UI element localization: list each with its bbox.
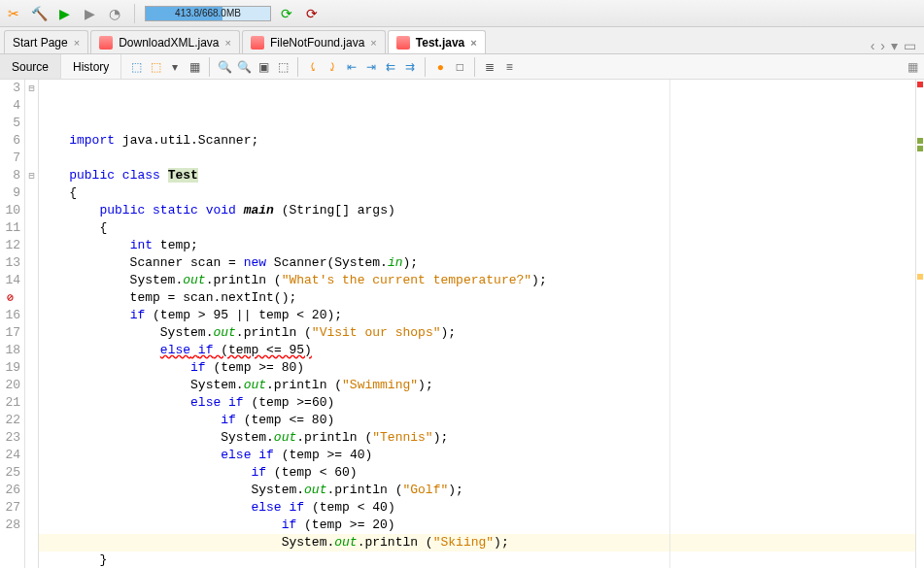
line-number[interactable]: 4 bbox=[0, 97, 20, 115]
error-mark[interactable] bbox=[917, 82, 923, 87]
code-line[interactable]: if (temp <= 80) bbox=[39, 412, 915, 429]
line-number[interactable]: ⊘ bbox=[0, 289, 20, 307]
tab-filenotfound[interactable]: FileNotFound.java × bbox=[242, 30, 386, 53]
line-number[interactable]: 25 bbox=[0, 464, 20, 482]
code-line[interactable]: public class Test bbox=[39, 167, 915, 184]
run-icon[interactable]: ▶ bbox=[54, 4, 74, 23]
code-line[interactable]: System.out.println ("Tennis"); bbox=[39, 429, 915, 447]
line-number[interactable]: 3 bbox=[0, 80, 20, 97]
close-icon[interactable]: × bbox=[370, 37, 376, 49]
fold-toggle[interactable]: ⊟ bbox=[25, 167, 38, 184]
grid-icon[interactable]: ▦ bbox=[186, 58, 203, 76]
dropdown-icon[interactable]: ▾ bbox=[166, 58, 184, 76]
code-line[interactable]: temp = scan.nextInt(); bbox=[39, 289, 915, 307]
code-line[interactable] bbox=[39, 150, 915, 167]
line-number[interactable]: 28 bbox=[0, 517, 20, 534]
select-icon[interactable]: ⬚ bbox=[274, 58, 291, 76]
error-stripe[interactable] bbox=[915, 80, 924, 568]
code-line[interactable]: else if (temp >= 40) bbox=[39, 447, 915, 464]
code-line[interactable]: System.out.println ("Skiing"); bbox=[39, 534, 915, 551]
history-tab[interactable]: History bbox=[61, 54, 121, 79]
nav-fwd-icon[interactable]: ⬚ bbox=[147, 58, 164, 76]
error-icon[interactable]: ⊘ bbox=[0, 289, 20, 307]
line-number[interactable]: 5 bbox=[0, 115, 20, 132]
warn-mark[interactable] bbox=[917, 146, 923, 151]
shift-left-icon[interactable]: ⇤ bbox=[343, 58, 360, 76]
shift-right-icon[interactable]: ⇥ bbox=[362, 58, 380, 76]
source-tab[interactable]: Source bbox=[0, 54, 61, 79]
refresh-green-icon[interactable]: ⟳ bbox=[277, 4, 296, 23]
bars-icon[interactable]: ≣ bbox=[481, 58, 498, 76]
code-line[interactable]: else if (temp < 40) bbox=[39, 499, 915, 517]
line-number[interactable]: 16 bbox=[0, 307, 20, 324]
warn-mark[interactable] bbox=[917, 138, 923, 144]
line-number[interactable]: 19 bbox=[0, 359, 20, 377]
mod-mark[interactable] bbox=[917, 274, 923, 280]
highlight-icon[interactable]: ▣ bbox=[255, 58, 272, 76]
tab-menu-icon[interactable]: ▭ bbox=[904, 38, 916, 53]
code-line[interactable]: } bbox=[39, 551, 915, 568]
tab-next-icon[interactable]: › bbox=[880, 38, 885, 53]
code-editor[interactable]: 34567891011121314⊘1617181920212223242526… bbox=[0, 80, 924, 568]
code-line[interactable]: else if (temp >=60) bbox=[39, 394, 915, 412]
line-number[interactable]: 6 bbox=[0, 132, 20, 150]
code-line[interactable]: System.out.println ("Golf"); bbox=[39, 482, 915, 499]
stop-icon[interactable]: □ bbox=[451, 58, 468, 76]
line-number[interactable]: 11 bbox=[0, 219, 20, 237]
code-line[interactable]: if (temp >= 20) bbox=[39, 517, 915, 534]
expand-icon[interactable]: ▦ bbox=[907, 60, 924, 74]
code-line[interactable]: if (temp >= 80) bbox=[39, 359, 915, 377]
find-prev-icon[interactable]: 🔍 bbox=[235, 58, 253, 76]
record-icon[interactable]: ● bbox=[431, 58, 449, 76]
line-number[interactable]: 12 bbox=[0, 237, 20, 254]
line-number[interactable]: 20 bbox=[0, 377, 20, 394]
close-icon[interactable]: × bbox=[470, 37, 476, 49]
line-number[interactable]: 18 bbox=[0, 342, 20, 359]
code-line[interactable]: System.out.println ("Swimming"); bbox=[39, 377, 915, 394]
line-number[interactable]: 17 bbox=[0, 324, 20, 342]
code-line[interactable]: else if (temp <= 95) bbox=[39, 342, 915, 359]
tab-start-page[interactable]: Start Page × bbox=[4, 30, 88, 53]
indent-left-icon[interactable]: ⇇ bbox=[382, 58, 399, 76]
line-number[interactable]: 14 bbox=[0, 272, 20, 289]
cut-icon[interactable]: ✂ bbox=[4, 4, 23, 23]
tag-icon[interactable]: ⤹ bbox=[304, 58, 322, 76]
tab-test[interactable]: Test.java × bbox=[388, 30, 486, 53]
bars2-icon[interactable]: ≡ bbox=[500, 58, 518, 76]
line-number[interactable]: 22 bbox=[0, 412, 20, 429]
tag2-icon[interactable]: ⤸ bbox=[324, 58, 341, 76]
line-number[interactable]: 21 bbox=[0, 394, 20, 412]
tab-downloadxml[interactable]: DownloadXML.java × bbox=[90, 30, 240, 53]
code-area[interactable]: import java.util.Scanner; public class T… bbox=[39, 80, 915, 568]
line-number[interactable]: 27 bbox=[0, 499, 20, 517]
code-line[interactable]: if (temp > 95 || temp < 20); bbox=[39, 307, 915, 324]
hammer-icon[interactable]: 🔨 bbox=[29, 4, 49, 23]
code-line[interactable]: System.out.println ("What's the current … bbox=[39, 272, 915, 289]
line-number[interactable]: 10 bbox=[0, 202, 20, 219]
code-line[interactable]: if (temp < 60) bbox=[39, 464, 915, 482]
debug-icon[interactable]: ▶ bbox=[80, 4, 99, 23]
code-line[interactable]: int temp; bbox=[39, 237, 915, 254]
line-number[interactable]: 7 bbox=[0, 150, 20, 167]
code-line[interactable]: public static void main (String[] args) bbox=[39, 202, 915, 219]
tab-prev-icon[interactable]: ‹ bbox=[871, 38, 875, 53]
code-line[interactable]: import java.util.Scanner; bbox=[39, 132, 915, 150]
close-icon[interactable]: × bbox=[74, 37, 80, 49]
line-number[interactable]: 13 bbox=[0, 254, 20, 272]
line-number[interactable]: 8 bbox=[0, 167, 20, 184]
fold-toggle[interactable]: ⊟ bbox=[25, 80, 38, 97]
line-number[interactable]: 23 bbox=[0, 429, 20, 447]
close-icon[interactable]: × bbox=[225, 37, 231, 49]
code-line[interactable]: { bbox=[39, 184, 915, 202]
code-line[interactable]: System.out.println ("Visit our shops"); bbox=[39, 324, 915, 342]
line-number[interactable]: 9 bbox=[0, 184, 20, 202]
line-number[interactable]: 24 bbox=[0, 447, 20, 464]
nav-back-icon[interactable]: ⬚ bbox=[127, 58, 145, 76]
memory-indicator[interactable]: 413.8/668.0MB bbox=[145, 6, 271, 21]
profile-icon[interactable]: ◔ bbox=[105, 4, 124, 23]
line-number[interactable]: 26 bbox=[0, 482, 20, 499]
find-icon[interactable]: 🔍 bbox=[216, 58, 233, 76]
tab-list-icon[interactable]: ▾ bbox=[891, 38, 898, 53]
code-line[interactable]: { bbox=[39, 219, 915, 237]
indent-right-icon[interactable]: ⇉ bbox=[401, 58, 419, 76]
